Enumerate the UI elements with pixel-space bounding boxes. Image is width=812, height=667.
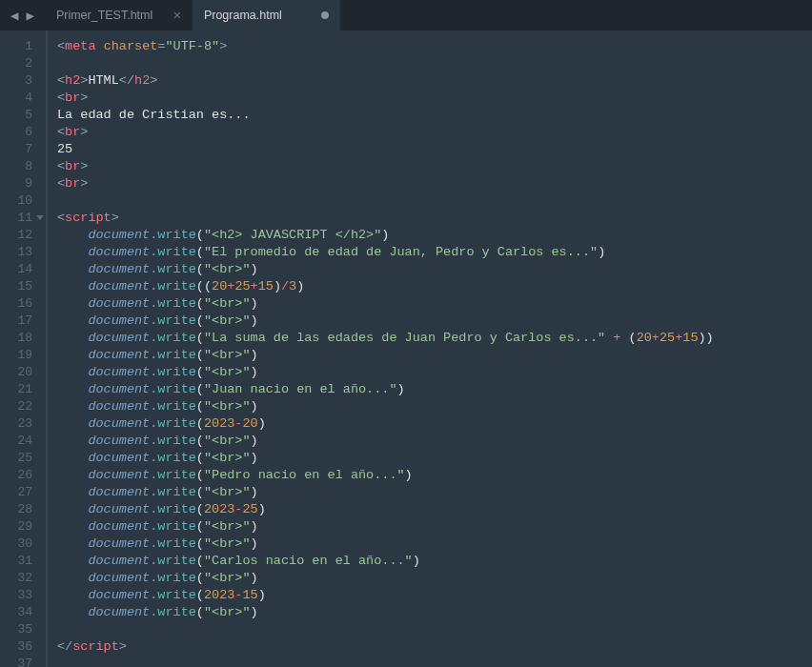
line-number: 13 bbox=[0, 244, 46, 261]
code-line: <h2>HTML</h2> bbox=[48, 72, 812, 90]
line-number: 25 bbox=[0, 450, 46, 467]
line-number: 12 bbox=[0, 227, 46, 244]
code-line: document.write("<br>") bbox=[48, 570, 812, 587]
line-number: 6 bbox=[0, 124, 46, 141]
code-line: <br> bbox=[48, 124, 812, 141]
line-number: 20 bbox=[0, 364, 46, 381]
code-line: document.write("<br>") bbox=[48, 295, 812, 313]
title-bar: ◀ ▶ Primer_TEST.html × Programa.html bbox=[0, 0, 812, 30]
line-number: 14 bbox=[0, 261, 46, 278]
code-line: document.write("<br>") bbox=[48, 398, 812, 415]
code-line: document.write("Carlos nacio en el año..… bbox=[48, 553, 812, 570]
editor: 1 2 3 4 5 6 7 8 9 10 11 12 13 14 15 16 1… bbox=[0, 30, 812, 667]
line-number: 3 bbox=[0, 72, 46, 90]
line-number: 22 bbox=[0, 398, 46, 415]
code-line: <br> bbox=[48, 175, 812, 192]
line-number: 32 bbox=[0, 570, 46, 587]
line-number: 36 bbox=[0, 638, 46, 656]
line-number: 34 bbox=[0, 604, 46, 621]
tab-label: Primer_TEST.html bbox=[56, 9, 152, 22]
code-line: document.write((20+25+15)/3) bbox=[48, 278, 812, 295]
line-number: 8 bbox=[0, 158, 46, 175]
code-line: document.write("<br>") bbox=[48, 450, 812, 467]
code-line: document.write("<br>") bbox=[48, 433, 812, 450]
line-number: 23 bbox=[0, 415, 46, 433]
line-number: 17 bbox=[0, 313, 46, 330]
line-number: 29 bbox=[0, 518, 46, 536]
line-number[interactable]: 11 bbox=[0, 210, 46, 227]
code-line: <br> bbox=[48, 158, 812, 175]
line-number: 1 bbox=[0, 38, 46, 55]
line-number: 27 bbox=[0, 484, 46, 501]
code-line: document.write("El promedio de edad de J… bbox=[48, 244, 812, 261]
code-line: document.write("<br>") bbox=[48, 518, 812, 536]
line-number: 31 bbox=[0, 553, 46, 570]
code-line bbox=[48, 656, 812, 667]
line-number: 4 bbox=[0, 90, 46, 107]
code-line: document.write("La suma de las edades de… bbox=[48, 330, 812, 347]
code-line: document.write("<br>") bbox=[48, 484, 812, 501]
code-line: <script> bbox=[48, 210, 812, 227]
line-number: 5 bbox=[0, 107, 46, 124]
line-number: 2 bbox=[0, 55, 46, 72]
line-number: 7 bbox=[0, 141, 46, 158]
tab-strip: Primer_TEST.html × Programa.html bbox=[45, 0, 340, 30]
line-number: 16 bbox=[0, 295, 46, 313]
nav-back-icon[interactable]: ◀ bbox=[8, 8, 21, 24]
line-number: 15 bbox=[0, 278, 46, 295]
code-line: </script> bbox=[48, 638, 812, 656]
tab-primer-test[interactable]: Primer_TEST.html × bbox=[45, 0, 193, 30]
line-number: 37 bbox=[0, 656, 46, 667]
code-line: document.write("<br>") bbox=[48, 536, 812, 553]
code-line: document.write("<br>") bbox=[48, 347, 812, 364]
line-number: 18 bbox=[0, 330, 46, 347]
line-number: 35 bbox=[0, 621, 46, 638]
code-area[interactable]: <meta charset="UTF-8"> <h2>HTML</h2> <br… bbox=[46, 30, 812, 667]
line-number-gutter: 1 2 3 4 5 6 7 8 9 10 11 12 13 14 15 16 1… bbox=[0, 30, 46, 667]
code-line: document.write("<br>") bbox=[48, 364, 812, 381]
code-line bbox=[48, 621, 812, 638]
tab-programa[interactable]: Programa.html bbox=[193, 0, 340, 30]
code-line: document.write("<br>") bbox=[48, 261, 812, 278]
code-line: <br> bbox=[48, 90, 812, 107]
code-line: document.write(2023-25) bbox=[48, 501, 812, 518]
code-line bbox=[48, 55, 812, 72]
line-number: 28 bbox=[0, 501, 46, 518]
code-line: document.write("Pedro nacio en el año...… bbox=[48, 467, 812, 484]
line-number: 33 bbox=[0, 587, 46, 604]
line-number: 26 bbox=[0, 467, 46, 484]
close-icon[interactable]: × bbox=[173, 8, 181, 23]
code-line: document.write(2023-15) bbox=[48, 587, 812, 604]
nav-forward-icon[interactable]: ▶ bbox=[23, 8, 36, 24]
code-line bbox=[48, 192, 812, 210]
code-line: document.write("Juan nacio en el año..."… bbox=[48, 381, 812, 398]
code-line: document.write("<br>") bbox=[48, 604, 812, 621]
line-number: 19 bbox=[0, 347, 46, 364]
line-number: 21 bbox=[0, 381, 46, 398]
code-line: document.write("<h2> JAVASCRIPT </h2>") bbox=[48, 227, 812, 244]
tab-label: Programa.html bbox=[204, 9, 282, 22]
line-number: 30 bbox=[0, 536, 46, 553]
line-number: 24 bbox=[0, 433, 46, 450]
line-number: 9 bbox=[0, 175, 46, 192]
line-number: 10 bbox=[0, 192, 46, 210]
modified-dot-icon bbox=[321, 11, 329, 19]
code-line: document.write("<br>") bbox=[48, 313, 812, 330]
code-line: La edad de Cristian es... bbox=[48, 107, 812, 124]
nav-arrows: ◀ ▶ bbox=[0, 0, 45, 30]
code-line: 25 bbox=[48, 141, 812, 158]
code-line: <meta charset="UTF-8"> bbox=[48, 38, 812, 55]
code-line: document.write(2023-20) bbox=[48, 415, 812, 433]
